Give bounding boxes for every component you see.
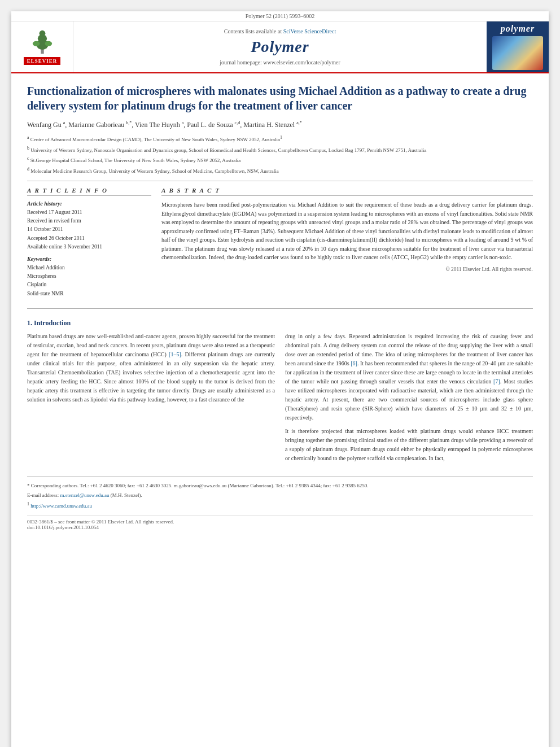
affil-a: a Centre of Advanced Macromolecular Desi… — [27, 134, 533, 144]
elsevier-logo: ELSEVIER — [11, 21, 73, 72]
authors-line: Wenfang Gu a, Marianne Gaborieau b,*, Vi… — [27, 120, 533, 130]
email-name: (M.H. Stenzel). — [111, 492, 142, 498]
footnote-email: E-mail address: m.stenzel@unsw.edu.au (M… — [27, 491, 533, 499]
intro-body: Platinum based drugs are now well-establ… — [27, 332, 533, 468]
abstract-text: Microspheres have been modified post-pol… — [161, 200, 533, 262]
abstract-col: A B S T R A C T Microspheres have been m… — [161, 187, 533, 303]
section-num: 1. — [27, 319, 32, 327]
history-label: Article history: — [27, 200, 151, 207]
doi-line: doi:10.1016/j.polymer.2011.10.054 — [27, 525, 533, 530]
divider-2 — [27, 308, 533, 309]
header-banner: ELSEVIER Contents lists available at Sci… — [11, 21, 549, 73]
footnote-url: 1 http://www.camd.unsw.edu.au — [27, 501, 533, 510]
footnotes: * Corresponding authors. Tel.: +61 2 462… — [27, 477, 533, 510]
received-revised-date: Received in revised form14 October 2011 — [27, 218, 81, 232]
elsevier-label: ELSEVIER — [24, 57, 61, 65]
accepted-date: Accepted 26 October 2011 — [27, 235, 85, 241]
abstract-label: A B S T R A C T — [161, 187, 533, 196]
volume-line: Polymer 52 (2011) 5993–6002 — [11, 11, 549, 21]
divider-1 — [27, 181, 533, 181]
affil-d: d Molecular Medicine Research Group, Uni… — [27, 166, 533, 176]
article-title: Functionalization of microspheres with m… — [27, 84, 533, 113]
intro-para-1: Platinum based drugs are now well-establ… — [27, 332, 275, 404]
article-info-col: A R T I C L E I N F O Article history: R… — [27, 187, 151, 303]
footnote-corresponding: * Corresponding authors. Tel.: +61 2 462… — [27, 482, 533, 490]
svg-point-3 — [39, 30, 45, 36]
received-date: Received 17 August 2011 — [27, 209, 82, 215]
copyright-line: © 2011 Elsevier Ltd. All rights reserved… — [161, 267, 533, 272]
email-link[interactable]: m.stenzel@unsw.edu.au — [60, 492, 109, 498]
available-date: Available online 3 November 2011 — [27, 244, 102, 250]
journal-homepage: journal homepage: www.elsevier.com/locat… — [220, 59, 340, 65]
introduction-section: 1. Introduction Platinum based drugs are… — [27, 319, 533, 468]
journal-center: Contents lists available at SciVerse Sci… — [73, 21, 487, 72]
keywords-list: Michael AdditionMicrospheresCisplatinSol… — [27, 264, 151, 298]
sciverse-text: Contents lists available at — [224, 28, 282, 34]
affil-c: c St.George Hospital Clinical School, Th… — [27, 155, 533, 165]
affiliations: a Centre of Advanced Macromolecular Desi… — [27, 134, 533, 175]
bottom-info: 0032-3861/$ – see front matter © 2011 El… — [27, 515, 533, 530]
info-abstract-section: A R T I C L E I N F O Article history: R… — [27, 187, 533, 303]
intro-para-3: It is therefore projected that microsphe… — [285, 427, 533, 463]
url-link[interactable]: http://www.camd.unsw.edu.au — [30, 503, 92, 509]
history-dates: Received 17 August 2011 Received in revi… — [27, 208, 151, 251]
svg-point-4 — [32, 41, 40, 46]
volume-text: Polymer 52 (2011) 5993–6002 — [246, 13, 315, 19]
email-label: E-mail address: — [27, 492, 60, 498]
elsevier-tree-icon — [25, 29, 59, 55]
issn-line: 0032-3861/$ – see front matter © 2011 El… — [27, 519, 533, 525]
keywords-label: Keywords: — [27, 256, 151, 262]
page: Polymer 52 (2011) 5993–6002 ELSEVIER Con… — [11, 11, 549, 747]
polymer-logo-box: polymer — [487, 21, 549, 72]
ref-1-5: [1–5] — [169, 351, 181, 357]
section-title-text: Introduction — [34, 319, 71, 327]
main-content: Functionalization of microspheres with m… — [11, 73, 549, 540]
sciverse-link[interactable]: SciVerse ScienceDirect — [283, 28, 336, 34]
introduction-title: 1. Introduction — [27, 319, 533, 327]
polymer-logo-text: polymer — [501, 24, 535, 34]
polymer-logo-image — [492, 36, 543, 70]
svg-point-5 — [45, 41, 52, 46]
ref-7: [7] — [493, 378, 500, 385]
intro-para-2: drug in only a few days. Repeated admini… — [285, 332, 533, 422]
intro-col-right: drug in only a few days. Repeated admini… — [285, 332, 533, 468]
intro-col-left: Platinum based drugs are now well-establ… — [27, 332, 275, 468]
authors-text: Wenfang Gu a, Marianne Gaborieau b,*, Vi… — [27, 121, 302, 129]
article-info-label: A R T I C L E I N F O — [27, 187, 151, 196]
ref-6: [6] — [351, 360, 357, 366]
sciverse-line: Contents lists available at SciVerse Sci… — [224, 28, 336, 34]
affil-b: b University of Western Sydney, Nanoscal… — [27, 145, 533, 155]
journal-title: Polymer — [251, 38, 309, 56]
